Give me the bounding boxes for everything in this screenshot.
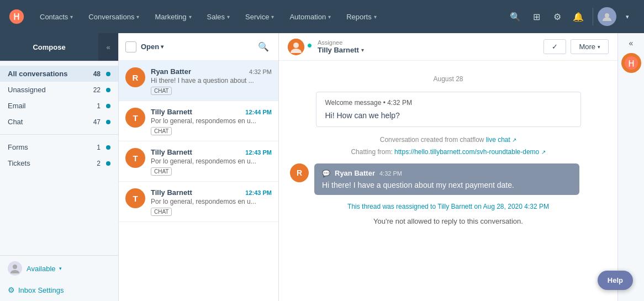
message-bubble: 💬 Ryan Batter 4:32 PM Hi there! I have a… <box>314 163 579 195</box>
assignee-avatar <box>288 39 304 55</box>
nav-automation[interactable]: Automation ▾ <box>282 0 339 33</box>
chatting-url-link[interactable]: https://hello.tillybarnett.com/svh-round… <box>394 148 545 156</box>
search-icon-button[interactable]: 🔍 <box>505 7 525 27</box>
conversation-body: August 28 Welcome message • 4:32 PM Hi! … <box>279 61 617 301</box>
compose-button[interactable]: Compose <box>0 33 98 61</box>
sidebar-item-unassigned[interactable]: Unassigned 22 <box>0 82 118 98</box>
conversation-item[interactable]: T Tilly Barnett 12:43 PM Por lo general,… <box>119 141 278 182</box>
user-avatar[interactable] <box>598 7 616 26</box>
chevron-down-icon: ▾ <box>189 14 192 20</box>
conversation-item[interactable]: R Ryan Batter 4:32 PM Hi there! I have a… <box>119 61 278 101</box>
chevron-down-icon: ▾ <box>70 14 73 20</box>
sidebar-item-forms[interactable]: Forms 1 <box>0 139 118 155</box>
right-panel: « <box>617 33 644 301</box>
left-sidebar: Compose « All conversations 48 Unassigne… <box>0 33 119 301</box>
avatar: R <box>125 67 145 87</box>
sidebar-item-tickets[interactable]: Tickets 2 <box>0 155 118 171</box>
chevron-down-icon: ▾ <box>374 14 377 20</box>
check-button[interactable]: ✓ <box>543 39 566 54</box>
svg-point-1 <box>605 13 609 18</box>
message-avatar: R <box>290 163 309 182</box>
sidebar-item-all-conversations[interactable]: All conversations 48 <box>0 66 118 82</box>
chevron-down-icon: ▾ <box>136 14 139 20</box>
assignee-dropdown-icon[interactable]: ▾ <box>361 47 364 53</box>
chatting-from-info: Chatting from: https://hello.tillybarnet… <box>290 148 606 156</box>
svg-point-3 <box>13 265 17 269</box>
external-link-icon: ↗ <box>512 137 516 143</box>
date-divider: August 28 <box>290 75 606 83</box>
settings-icon: ⚙ <box>8 286 15 294</box>
assignee-info: Assignee Tilly Barnett ▾ <box>318 39 364 54</box>
online-status-dot <box>307 43 312 48</box>
search-conversations-button[interactable]: 🔍 <box>255 39 272 55</box>
sidebar-nav: All conversations 48 Unassigned 22 Email… <box>0 61 118 255</box>
external-link-icon: ↗ <box>541 149 546 155</box>
more-button[interactable]: More ▾ <box>571 39 609 54</box>
nav-icon-group: 🔍 ⊞ ⚙ 🔔 ▾ <box>505 7 637 27</box>
compose-row: Compose « <box>0 33 118 61</box>
marketplace-icon-button[interactable]: ⊞ <box>526 7 546 27</box>
chatflow-link[interactable]: live chat ↗ <box>486 136 516 144</box>
nav-sales[interactable]: Sales ▾ <box>199 0 238 33</box>
hubspot-panel-icon[interactable] <box>621 53 641 73</box>
conversation-header: Assignee Tilly Barnett ▾ ✓ More ▾ <box>279 33 617 61</box>
nav-marketing[interactable]: Marketing ▾ <box>147 0 199 33</box>
not-allowed-note: You're not allowed to reply to this conv… <box>290 217 606 225</box>
account-chevron-icon[interactable]: ▾ <box>617 7 637 27</box>
available-status-button[interactable]: Available ▾ <box>27 265 62 273</box>
unread-dot <box>106 104 110 108</box>
select-all-checkbox[interactable] <box>125 41 136 52</box>
sidebar-divider <box>0 134 118 135</box>
nav-contacts[interactable]: Contacts ▾ <box>32 0 81 33</box>
help-button[interactable]: Help <box>598 271 633 290</box>
reassign-note: This thread was reassigned to Tilly Barn… <box>290 203 606 210</box>
inbox-settings-link[interactable]: ⚙ Inbox Settings <box>0 281 118 301</box>
welcome-message-bubble: Welcome message • 4:32 PM Hi! How can we… <box>316 92 581 127</box>
notifications-icon-button[interactable]: 🔔 <box>568 7 588 27</box>
unread-dot <box>106 145 110 150</box>
sidebar-item-email[interactable]: Email 1 <box>0 98 118 114</box>
conversation-item[interactable]: T Tilly Barnett 12:44 PM Por lo general,… <box>119 101 278 141</box>
chevron-down-icon: ▾ <box>59 266 62 271</box>
avatar: T <box>125 188 145 208</box>
top-navigation: Contacts ▾ Conversations ▾ Marketing ▾ S… <box>0 0 644 33</box>
conversation-list: Open ▾ 🔍 R Ryan Batter 4:32 PM Hi there!… <box>119 33 279 301</box>
unread-dot <box>106 72 110 76</box>
chevron-down-icon: ▾ <box>598 44 600 50</box>
compose-chevron-button[interactable]: « <box>98 33 118 61</box>
nav-conversations[interactable]: Conversations ▾ <box>81 0 147 33</box>
sidebar-item-chat[interactable]: Chat 47 <box>0 114 118 130</box>
settings-icon-button[interactable]: ⚙ <box>547 7 567 27</box>
chevron-down-icon: ▾ <box>227 14 230 20</box>
hubspot-logo[interactable] <box>7 7 27 27</box>
nav-reports[interactable]: Reports ▾ <box>339 0 384 33</box>
unread-dot <box>106 120 110 124</box>
filter-open-button[interactable]: Open ▾ <box>141 43 163 51</box>
chat-icon: 💬 <box>322 170 330 177</box>
header-actions: ✓ More ▾ <box>543 39 609 54</box>
collapse-panel-button[interactable]: « <box>629 39 634 47</box>
message-row: R 💬 Ryan Batter 4:32 PM Hi there! I have… <box>290 163 606 195</box>
unread-dot <box>106 161 110 166</box>
nav-service[interactable]: Service ▾ <box>237 0 282 33</box>
avatar: T <box>125 108 145 128</box>
avatar: T <box>125 148 145 168</box>
svg-point-5 <box>293 43 299 48</box>
conv-list-header: Open ▾ 🔍 <box>119 33 278 61</box>
chatflow-info: Conversation created from chatflow live … <box>290 136 606 144</box>
conversation-main: Assignee Tilly Barnett ▾ ✓ More ▾ August… <box>279 33 617 301</box>
agent-avatar-icon <box>8 261 22 276</box>
conversation-item[interactable]: T Tilly Barnett 12:43 PM Por lo general,… <box>119 182 278 222</box>
nav-divider <box>593 8 593 25</box>
availability-row: Available ▾ <box>0 255 118 281</box>
chevron-down-icon: ▾ <box>271 14 274 20</box>
chevron-down-icon: ▾ <box>328 14 331 20</box>
app-body: Compose « All conversations 48 Unassigne… <box>0 33 644 301</box>
chevron-down-icon: ▾ <box>161 44 163 50</box>
unread-dot <box>106 88 110 92</box>
